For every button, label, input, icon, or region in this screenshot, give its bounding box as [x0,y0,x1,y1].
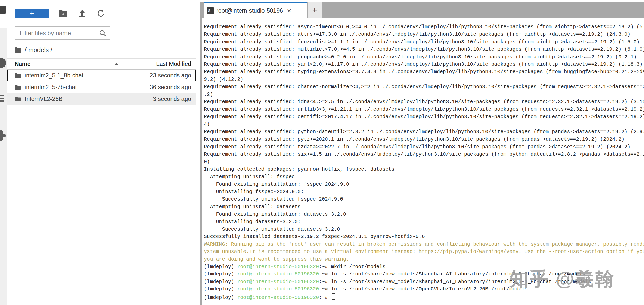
column-header-name[interactable]: Name [7,61,122,68]
file-modified: 36 seconds ago [122,84,196,91]
terminal-line: Requirement already satisfied: propcache… [204,54,644,61]
files-toolbar: + [15,8,196,19]
terminal-line: Requirement already satisfied: yarl<2.0,… [204,61,644,68]
terminal-cursor [332,293,335,300]
file-row[interactable]: InternVL2-26B3 seconds ago [7,93,196,105]
activity-bar-background [0,28,7,305]
last-modified-column-label: Last Modified [156,61,191,67]
terminal-line: 9.2) (4.12.2) [204,76,644,83]
search-icon [99,30,107,37]
sort-ascending-icon [114,63,119,65]
tab-bar: $_ root@intern-studio-50196 × + [200,2,644,18]
terminal-line: Requirement already satisfied: certifi>=… [204,113,644,121]
terminal-line: (lmdeploy) root@intern-studio-50196320:~… [204,293,644,301]
file-list: internlm2_5-1_8b-chat23 seconds agointer… [7,70,196,105]
terminal-line: (lmdeploy) root@intern-studio-50196320:~… [204,271,644,278]
new-tab-button[interactable]: + [308,2,322,18]
terminal-line: Requirement already satisfied: typing-ex… [204,68,644,76]
terminal-line: Requirement already satisfied: charset-n… [204,83,644,91]
terminal-line: .2) [204,91,644,98]
name-column-label: Name [15,61,31,68]
terminal-line: Successfully uninstalled fsspec-2024.9.0 [204,196,644,203]
refresh-button[interactable] [96,9,106,18]
file-browser-tab-icon[interactable] [0,6,6,14]
terminal-line: ystem unusable.It is recommended to use … [204,248,644,256]
folder-icon [15,73,21,78]
refresh-icon [97,9,105,18]
terminal-line: 0) [204,158,644,166]
terminal-line: Requirement already satisfied: async-tim… [204,23,644,31]
file-browser-panel: + [7,0,196,305]
terminal-line: WARNING: Running pip as the 'root' user … [204,241,644,248]
terminal-icon: $_ [207,7,214,14]
terminal-line: Attempting uninstall: fsspec [204,173,644,181]
extension-manager-icon[interactable] [0,130,6,141]
dock-rail [200,2,202,305]
terminal-line: Attempting uninstall: datasets [204,203,644,211]
terminal-line: Successfully uninstalled datasets-3.2.0 [204,226,644,233]
file-modified: 23 seconds ago [122,72,196,79]
terminal-line: Requirement already satisfied: six>=1.5 … [204,151,644,158]
tab-title: root@intern-studio-50196 [216,7,283,14]
terminal-panel: $_ root@intern-studio-50196 × + Requirem… [200,0,644,305]
terminal-line: you are doing and want to suppress this … [204,256,644,263]
folder-icon [15,96,21,102]
terminal-line: Requirement already satisfied: multidict… [204,46,644,53]
terminal-line: Requirement already satisfied: frozenlis… [204,38,644,46]
terminal-line: Uninstalling fsspec-2024.9.0: [204,188,644,196]
upload-button[interactable] [77,9,87,18]
terminal-line: Successfully installed datasets-2.19.2 f… [204,233,644,241]
terminal-line: Requirement already satisfied: urllib3<3… [204,106,644,113]
file-name: InternVL2-26B [7,96,122,102]
new-launcher-button[interactable]: + [15,9,49,18]
terminal-line: (lmdeploy) root@intern-studio-50196320:~… [204,286,644,293]
terminal-line: Uninstalling datasets-3.2.0: [204,218,644,226]
terminal-line: 4) [204,121,644,128]
terminal-line: (lmdeploy) root@intern-studio-50196320:~… [204,263,644,271]
terminal-line: Installing collected packages: pyarrow-h… [204,166,644,173]
home-folder-icon[interactable] [15,47,22,53]
activity-bar [0,0,7,305]
file-name: internlm2_5-7b-chat [7,84,122,91]
plus-icon: + [312,6,317,15]
new-folder-button[interactable] [58,9,68,18]
terminal-line: Requirement already satisfied: pytz>=202… [204,136,644,143]
terminal-line: Requirement already satisfied: idna<4,>=… [204,98,644,106]
file-list-header: Name Last Modified [7,58,196,70]
breadcrumb[interactable]: / models / [15,46,196,54]
folder-icon [15,85,21,90]
table-of-contents-icon[interactable] [0,95,4,103]
file-row[interactable]: internlm2_5-1_8b-chat23 seconds ago [7,70,196,81]
terminal-line: (lmdeploy) root@intern-studio-50196320:~… [204,278,644,286]
filter-box [15,26,110,40]
terminal-line: Found existing installation: datasets 3.… [204,211,644,218]
terminal-lines: Requirement already satisfied: async-tim… [202,18,644,301]
terminal-tab[interactable]: $_ root@intern-studio-50196 × [204,2,307,18]
breadcrumb-path: / models / [25,46,52,54]
terminal-line: Found existing installation: fsspec 2024… [204,181,644,188]
file-name: internlm2_5-1_8b-chat [7,72,122,79]
tab-close-icon[interactable]: × [287,7,291,15]
terminal-line: Requirement already satisfied: attrs>=17… [204,31,644,38]
file-modified: 3 seconds ago [122,96,196,102]
column-header-last-modified[interactable]: Last Modified [122,61,196,68]
filter-files-input[interactable] [15,26,110,40]
plus-icon: + [30,9,34,18]
terminal-line: Requirement already satisfied: tzdata>=2… [204,143,644,151]
new-folder-icon [59,10,68,17]
jupyterlab-window: + [0,0,644,305]
upload-icon [78,9,86,18]
file-row[interactable]: internlm2_5-7b-chat36 seconds ago [7,81,196,93]
terminal-line: Requirement already satisfied: python-da… [204,128,644,136]
terminal-output[interactable]: Requirement already satisfied: async-tim… [202,18,644,305]
